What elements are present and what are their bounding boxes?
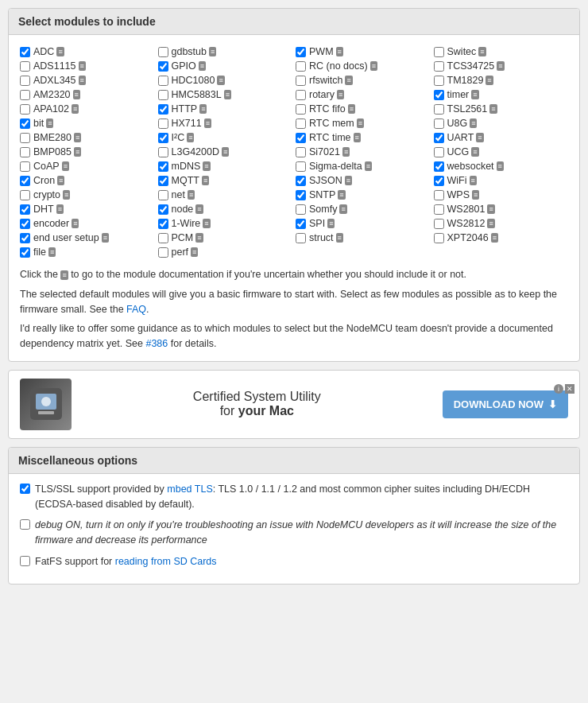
module-doc-icon[interactable]: ≡ (491, 233, 498, 243)
fatfs-link[interactable]: reading from SD Cards (115, 556, 217, 567)
module-label[interactable]: MQTT ≡ (172, 175, 210, 186)
module-doc-icon[interactable]: ≡ (199, 61, 206, 71)
module-doc-icon[interactable]: ≡ (195, 204, 203, 214)
module-doc-icon[interactable]: ≡ (497, 161, 504, 171)
module-checkbox-hmc5883l[interactable] (158, 90, 168, 100)
module-checkbox-hdc1080[interactable] (158, 76, 168, 86)
module-doc-icon[interactable]: ≡ (62, 161, 69, 171)
module-checkbox-net[interactable] (158, 190, 168, 200)
module-doc-icon[interactable]: ≡ (348, 104, 355, 114)
module-doc-icon[interactable]: ≡ (224, 90, 231, 99)
module-checkbox-rtc_mem[interactable] (296, 118, 306, 129)
module-checkbox-u8g[interactable] (434, 118, 444, 129)
module-label[interactable]: SNTP ≡ (309, 189, 346, 200)
module-checkbox-ws2801[interactable] (434, 204, 444, 215)
module-label[interactable]: RTC fifo ≡ (309, 103, 355, 115)
module-doc-icon[interactable]: ≡ (73, 90, 80, 99)
module-checkbox-bmp085[interactable] (20, 147, 30, 157)
module-label[interactable]: 1-Wire ≡ (172, 218, 211, 229)
module-label[interactable]: DHT ≡ (33, 204, 64, 215)
module-label[interactable]: I²C ≡ (172, 132, 195, 143)
module-label[interactable]: RC (no docs) ≡ (309, 60, 377, 72)
module-label[interactable]: Somfy ≡ (309, 204, 347, 215)
module-label[interactable]: WS2801 ≡ (447, 204, 495, 215)
module-doc-icon[interactable]: ≡ (472, 190, 479, 200)
module-label[interactable]: rfswitch ≡ (309, 75, 353, 86)
module-label[interactable]: node ≡ (172, 204, 203, 215)
module-doc-icon[interactable]: ≡ (354, 133, 361, 142)
module-label[interactable]: WS2812 ≡ (447, 218, 495, 229)
module-checkbox-rtc_time[interactable] (296, 133, 306, 143)
module-checkbox-i2c[interactable] (158, 133, 168, 143)
module-doc-icon[interactable]: ≡ (487, 204, 494, 214)
module-label[interactable]: UART ≡ (447, 132, 484, 143)
module-doc-icon[interactable]: ≡ (485, 76, 493, 85)
ad-info-icon[interactable]: i (554, 384, 563, 394)
module-label[interactable]: HDC1080 ≡ (172, 75, 225, 86)
module-label[interactable]: net ≡ (172, 189, 195, 200)
module-checkbox-xpt2046[interactable] (434, 233, 444, 243)
module-checkbox-node[interactable] (158, 204, 168, 215)
module-doc-icon[interactable]: ≡ (202, 176, 209, 185)
module-label[interactable]: Cron ≡ (33, 175, 64, 186)
module-doc-icon[interactable]: ≡ (187, 133, 194, 142)
module-label[interactable]: CoAP ≡ (33, 161, 69, 172)
module-checkbox-gdbstub[interactable] (158, 47, 168, 57)
module-checkbox-pcm[interactable] (158, 233, 168, 243)
module-checkbox-file[interactable] (20, 247, 30, 258)
module-label[interactable]: Switec ≡ (447, 46, 486, 57)
issue-link[interactable]: #386 (145, 338, 168, 349)
module-checkbox-hx711[interactable] (158, 118, 168, 129)
module-doc-icon[interactable]: ≡ (79, 76, 86, 85)
module-doc-icon[interactable]: ≡ (489, 104, 497, 114)
module-doc-icon[interactable]: ≡ (336, 233, 343, 243)
module-label[interactable]: APA102 ≡ (33, 103, 79, 115)
module-checkbox-sigma-delta[interactable] (296, 161, 306, 172)
module-doc-icon[interactable]: ≡ (338, 190, 345, 200)
module-doc-icon[interactable]: ≡ (337, 90, 344, 99)
module-doc-icon[interactable]: ≡ (357, 118, 364, 128)
module-label[interactable]: SPI ≡ (309, 218, 335, 229)
module-label[interactable]: ADXL345 ≡ (33, 75, 86, 86)
fatfs-checkbox[interactable] (20, 556, 30, 566)
module-label[interactable]: BMP085 ≡ (33, 146, 81, 157)
module-doc-icon[interactable]: ≡ (336, 47, 343, 56)
module-label[interactable]: TM1829 ≡ (447, 75, 493, 86)
module-checkbox-adxl345[interactable] (20, 76, 30, 86)
module-label[interactable]: XPT2046 ≡ (447, 232, 498, 243)
module-doc-icon[interactable]: ≡ (74, 133, 81, 142)
module-checkbox-mqtt[interactable] (158, 176, 168, 186)
mbed-tls-link[interactable]: mbed TLS (167, 484, 212, 495)
module-checkbox-http[interactable] (158, 104, 168, 115)
module-checkbox-struct[interactable] (296, 233, 306, 243)
module-doc-icon[interactable]: ≡ (471, 90, 478, 99)
module-doc-icon[interactable]: ≡ (222, 147, 229, 157)
module-checkbox-perf[interactable] (158, 247, 168, 258)
module-doc-icon[interactable]: ≡ (497, 61, 504, 71)
module-checkbox-coap[interactable] (20, 161, 30, 172)
module-label[interactable]: PCM ≡ (172, 232, 203, 243)
module-checkbox-mdns[interactable] (158, 161, 168, 172)
faq-link[interactable]: FAQ (126, 304, 146, 315)
module-doc-icon[interactable]: ≡ (365, 161, 372, 171)
module-checkbox-end_user_setup[interactable] (20, 233, 30, 243)
module-doc-icon[interactable]: ≡ (476, 133, 483, 142)
debug-checkbox[interactable] (20, 519, 30, 530)
module-doc-icon[interactable]: ≡ (327, 219, 335, 228)
module-checkbox-bme280[interactable] (20, 133, 30, 143)
module-label[interactable]: HX711 ≡ (172, 118, 212, 129)
module-label[interactable]: UCG ≡ (447, 146, 479, 157)
module-checkbox-tsl2561[interactable] (434, 104, 444, 115)
module-doc-icon[interactable]: ≡ (470, 118, 477, 128)
module-doc-icon[interactable]: ≡ (217, 76, 224, 85)
module-checkbox-encoder[interactable] (20, 219, 30, 229)
module-checkbox-wifi[interactable] (434, 176, 444, 186)
module-label[interactable]: timer ≡ (447, 89, 479, 100)
module-doc-icon[interactable]: ≡ (56, 204, 64, 214)
module-label[interactable]: U8G ≡ (447, 118, 478, 129)
module-checkbox-ws2812[interactable] (434, 219, 444, 229)
module-doc-icon[interactable]: ≡ (209, 47, 216, 56)
module-checkbox-bit[interactable] (20, 118, 30, 129)
module-label[interactable]: L3G4200D ≡ (172, 146, 230, 157)
module-checkbox-sntp[interactable] (296, 190, 306, 200)
